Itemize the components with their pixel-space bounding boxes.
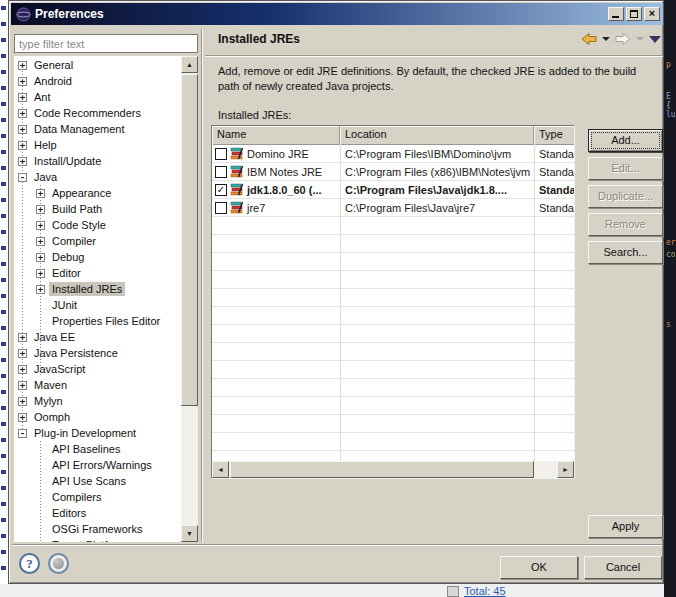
- table-horizontal-scrollbar[interactable]: ◄ ►: [212, 461, 574, 478]
- add-button[interactable]: Add...: [588, 129, 663, 152]
- search-button[interactable]: Search...: [588, 241, 663, 264]
- tree-item-java-persistence[interactable]: +Java Persistence: [14, 345, 180, 361]
- cell-location: C:\Program Files\Java\jdk1.8....: [340, 184, 534, 196]
- collapse-icon[interactable]: -: [18, 429, 27, 438]
- back-history-dropdown-icon[interactable]: [602, 37, 610, 41]
- column-header-name[interactable]: Name: [212, 126, 340, 145]
- scroll-right-icon[interactable]: ►: [557, 461, 574, 478]
- expand-icon[interactable]: +: [18, 365, 27, 374]
- background-total-link[interactable]: Total: 45: [464, 585, 506, 597]
- tree-item-target-platform[interactable]: Target Platform: [14, 537, 180, 542]
- tree-item-appearance[interactable]: +Appearance: [14, 185, 180, 201]
- tree-item-java-ee[interactable]: +Java EE: [14, 329, 180, 345]
- tree-item-label: Android: [31, 74, 75, 88]
- tree-item-help[interactable]: +Help: [14, 137, 180, 153]
- header-separator: [205, 55, 663, 57]
- forward-history-dropdown-icon[interactable]: [636, 37, 644, 41]
- close-button[interactable]: ×: [644, 7, 660, 21]
- tree-item-code-style[interactable]: +Code Style: [14, 217, 180, 233]
- scroll-left-icon[interactable]: ◄: [212, 461, 229, 478]
- help-button[interactable]: ?: [19, 553, 40, 574]
- expand-icon[interactable]: +: [18, 125, 27, 134]
- expand-icon[interactable]: +: [18, 109, 27, 118]
- expand-icon[interactable]: +: [36, 205, 45, 214]
- maximize-button[interactable]: [626, 7, 642, 21]
- tree-item-api-use-scans[interactable]: API Use Scans: [14, 473, 180, 489]
- tree-item-editors[interactable]: Editors: [14, 505, 180, 521]
- table-row-domino-jre[interactable]: Domino JREC:\Program Files\IBM\Domino\jv…: [212, 145, 574, 163]
- filter-input[interactable]: [14, 34, 198, 53]
- expand-icon[interactable]: +: [36, 237, 45, 246]
- expand-icon[interactable]: +: [36, 269, 45, 278]
- cancel-button[interactable]: Cancel: [584, 556, 662, 579]
- minimize-button[interactable]: [608, 7, 624, 21]
- scrollbar-thumb[interactable]: [230, 461, 534, 478]
- tree-item-maven[interactable]: +Maven: [14, 377, 180, 393]
- unchecked-checkbox[interactable]: [215, 148, 227, 160]
- tree-item-debug[interactable]: +Debug: [14, 249, 180, 265]
- collapse-icon[interactable]: -: [18, 173, 27, 182]
- tree-item-editor[interactable]: +Editor: [14, 265, 180, 281]
- tree-item-build-path[interactable]: +Build Path: [14, 201, 180, 217]
- tree-item-android[interactable]: +Android: [14, 73, 180, 89]
- expand-icon[interactable]: +: [18, 77, 27, 86]
- expand-icon[interactable]: +: [36, 221, 45, 230]
- expand-icon[interactable]: +: [36, 189, 45, 198]
- scroll-down-icon[interactable]: ▼: [181, 525, 198, 542]
- expand-icon[interactable]: +: [18, 333, 27, 342]
- back-arrow-icon[interactable]: [581, 33, 597, 45]
- scrollbar-thumb[interactable]: [181, 74, 198, 406]
- tree-item-label: Target Platform: [49, 538, 130, 542]
- table-row-jre7[interactable]: jre7C:\Program Files\Java\jre7Standard: [212, 199, 574, 217]
- tree-scrollbar[interactable]: ▲ ▼: [181, 56, 198, 542]
- unchecked-checkbox[interactable]: [215, 202, 227, 214]
- checked-checkbox[interactable]: ✓: [215, 184, 227, 196]
- tree-item-properties-files-editor[interactable]: Properties Files Editor: [14, 313, 180, 329]
- preference-recorder-button[interactable]: [48, 553, 69, 574]
- column-header-type[interactable]: Type: [534, 126, 574, 145]
- ok-button[interactable]: OK: [500, 556, 578, 579]
- tree-item-junit[interactable]: JUnit: [14, 297, 180, 313]
- column-header-location[interactable]: Location: [340, 126, 534, 145]
- expand-icon[interactable]: +: [36, 285, 45, 294]
- expand-icon[interactable]: +: [18, 157, 27, 166]
- table-row-jdk1-8-0-60[interactable]: ✓jdk1.8.0_60 (...C:\Program Files\Java\j…: [212, 181, 574, 199]
- titlebar[interactable]: Preferences ×: [11, 3, 663, 25]
- tree-item-install-update[interactable]: +Install/Update: [14, 153, 180, 169]
- expand-icon[interactable]: +: [18, 141, 27, 150]
- tree-item-code-recommenders[interactable]: +Code Recommenders: [14, 105, 180, 121]
- tree-item-plug-in-development[interactable]: -Plug-in Development: [14, 425, 180, 441]
- scroll-up-icon[interactable]: ▲: [181, 56, 198, 73]
- view-menu-icon[interactable]: [649, 36, 661, 43]
- tree-item-compilers[interactable]: Compilers: [14, 489, 180, 505]
- expand-icon[interactable]: +: [18, 61, 27, 70]
- tree-item-general[interactable]: +General: [14, 57, 180, 73]
- apply-button[interactable]: Apply: [588, 515, 663, 538]
- tree-item-data-management[interactable]: +Data Management: [14, 121, 180, 137]
- tree-item-javascript[interactable]: +JavaScript: [14, 361, 180, 377]
- unchecked-checkbox[interactable]: [215, 166, 227, 178]
- forward-arrow-icon[interactable]: [615, 33, 631, 45]
- jre-name: Domino JRE: [247, 148, 309, 160]
- tree-item-compiler[interactable]: +Compiler: [14, 233, 180, 249]
- history-navbar: [581, 33, 661, 45]
- tree-item-oomph[interactable]: +Oomph: [14, 409, 180, 425]
- tree-item-api-errors-warnings[interactable]: API Errors/Warnings: [14, 457, 180, 473]
- tree-item-ant[interactable]: +Ant: [14, 89, 180, 105]
- table-row-ibm-notes-jre[interactable]: IBM Notes JREC:\Program Files (x86)\IBM\…: [212, 163, 574, 181]
- tree-item-label: Oomph: [31, 410, 73, 424]
- table-header: Name Location Type: [212, 126, 574, 145]
- tree-item-label: General: [31, 58, 76, 72]
- expand-icon[interactable]: +: [36, 253, 45, 262]
- tree-item-java[interactable]: -Java: [14, 169, 180, 185]
- expand-icon[interactable]: +: [18, 93, 27, 102]
- tree-item-osgi-frameworks[interactable]: OSGi Frameworks: [14, 521, 180, 537]
- expand-icon[interactable]: +: [18, 397, 27, 406]
- tree-item-api-baselines[interactable]: API Baselines: [14, 441, 180, 457]
- expand-icon[interactable]: +: [18, 413, 27, 422]
- tree-item-mylyn[interactable]: +Mylyn: [14, 393, 180, 409]
- tree-item-installed-jres[interactable]: +Installed JREs: [14, 281, 180, 297]
- expand-icon[interactable]: +: [18, 349, 27, 358]
- expand-icon[interactable]: +: [18, 381, 27, 390]
- background-bottom-strip: [0, 584, 664, 597]
